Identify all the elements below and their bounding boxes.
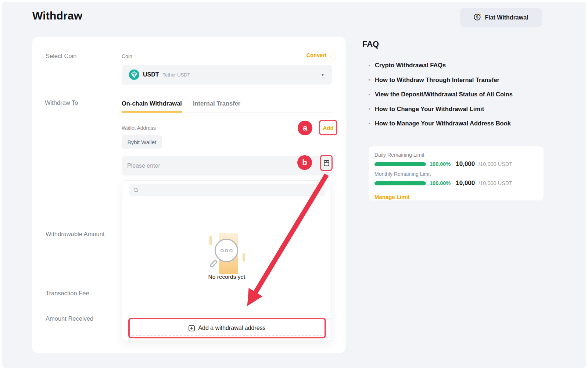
page-background: Withdraw $ + Fiat Withdrawal Select Coin… [2,2,586,368]
magnifier-handle [209,259,218,268]
add-address-link[interactable]: Add [319,120,337,135]
faq-link-label: How to Manage Your Withdrawal Address Bo… [375,120,511,127]
coin-fullname: Tether USDT [163,72,190,78]
daily-limit-total: /10,000 USDT [478,161,512,167]
bullet-icon [369,79,370,81]
daily-limit-value: 10,000 [456,160,475,168]
transaction-fee-label: Transaction Fee [46,290,89,297]
empty-state-bar-small [243,253,245,262]
amount-received-label: Amount Received [46,315,93,322]
convert-link[interactable]: Convert→ [306,52,332,58]
withdrawable-amount-label: Withdrawable Amount [46,231,105,238]
withdraw-form-card: Select Coin Withdraw To Withdrawable Amo… [32,37,346,353]
faq-link-label: Crypto Withdrawal FAQs [375,62,446,69]
empty-state-illustration [209,233,245,279]
add-withdrawal-address-label: Add a withdrawal address [198,325,265,331]
tab-onchain-withdrawal[interactable]: On-chain Withdrawal [122,100,182,113]
usdt-coin-icon [129,70,139,80]
faq-link[interactable]: How to Withdraw Through Internal Transfe… [369,77,513,83]
fiat-withdrawal-label: Fiat Withdrawal [485,14,528,21]
faq-list: Crypto Withdrawal FAQs How to Withdraw T… [369,62,513,135]
faq-link-label: How to Change Your Withdrawal Limit [375,106,484,113]
plus-square-icon [189,325,195,331]
monthly-limit-total: /10,000 USDT [478,180,512,186]
coin-field-label: Coin [122,53,132,59]
svg-text:$: $ [476,15,478,19]
daily-limit-percent: 100.00% [430,161,451,167]
select-coin-label: Select Coin [46,53,76,60]
faq-link[interactable]: View the Deposit/Withdrawal Status of Al… [369,91,513,98]
monthly-limit-progressbar [374,181,426,185]
svg-text:+: + [479,13,481,17]
page-title: Withdraw [32,10,82,22]
bullet-icon [369,123,370,124]
address-book-button[interactable] [320,155,333,171]
magnifier-icon [215,239,238,262]
chevron-down-icon: ▼ [321,73,325,77]
search-icon [133,188,139,193]
faq-link-label: View the Deposit/Withdrawal Status of Al… [375,91,513,98]
monthly-limit-label: Monthly Remaining Limit [374,171,538,177]
coin-symbol: USDT [143,71,159,78]
tab-internal-transfer[interactable]: Internal Transfer [193,100,240,112]
bullet-icon [369,65,370,66]
coin-select-dropdown[interactable]: USDT Tether USDT ▼ [122,65,332,85]
annotation-a-badge: a [298,121,312,135]
monthly-limit-value: 10,000 [456,179,475,187]
wallet-address-label: Wallet Address [122,125,156,131]
withdraw-tabs: On-chain Withdrawal Internal Transfer [122,100,332,113]
no-records-text: No records yet [122,274,331,280]
address-dropdown-panel: No records yet Add a withdrawal address [122,180,332,341]
withdraw-to-label: Withdraw To [45,99,78,106]
empty-state-bar-small [209,236,212,245]
divider [369,140,549,140]
faq-title: FAQ [362,39,379,49]
bullet-icon [369,108,370,110]
fiat-withdrawal-button[interactable]: $ + Fiat Withdrawal [460,8,542,27]
add-withdrawal-address-button[interactable]: Add a withdrawal address [128,318,326,338]
manage-limit-link[interactable]: Manage Limit [374,194,410,200]
faq-link-label: How to Withdraw Through Internal Transfe… [375,77,499,83]
daily-limit-label: Daily Remaining Limit [374,152,538,158]
address-book-icon [324,160,329,166]
daily-limit-progressbar [374,162,426,166]
faq-link[interactable]: How to Manage Your Withdrawal Address Bo… [369,120,513,127]
bybit-wallet-chip[interactable]: Bybit Wallet [122,135,162,149]
monthly-limit-percent: 100.00% [430,180,451,186]
address-search-input[interactable] [129,184,325,196]
faq-link[interactable]: Crypto Withdrawal FAQs [369,62,513,69]
annotation-b-badge: b [297,155,312,170]
fiat-coin-icon: $ + [473,13,481,22]
faq-link[interactable]: How to Change Your Withdrawal Limit [369,106,513,113]
withdrawal-limits-card: Daily Remaining Limit 100.00% 10,000 /10… [369,146,544,200]
bullet-icon [369,94,370,95]
